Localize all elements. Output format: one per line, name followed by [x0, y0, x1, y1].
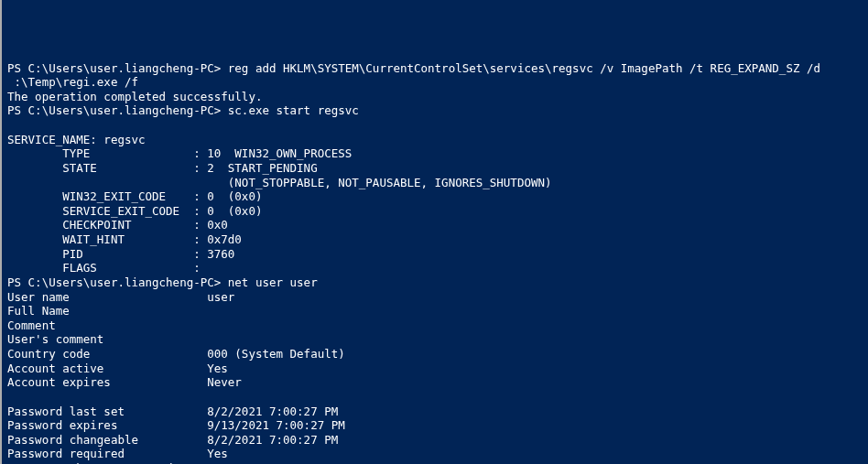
terminal-output[interactable]: PS C:\Users\user.liangcheng-PC> reg add … [7, 61, 863, 465]
